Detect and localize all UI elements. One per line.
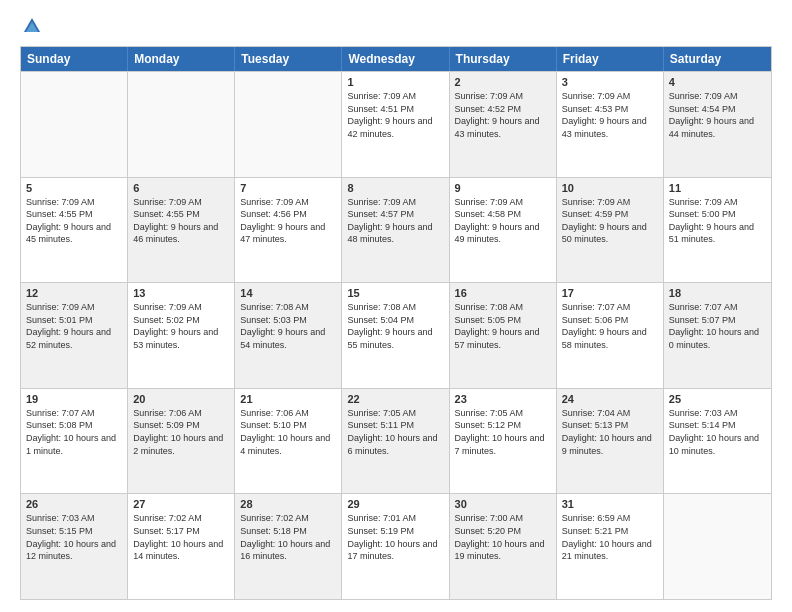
day-text: Sunrise: 7:09 AM Sunset: 4:55 PM Dayligh… (26, 196, 122, 246)
day-number: 3 (562, 76, 658, 88)
day-number: 29 (347, 498, 443, 510)
day-number: 19 (26, 393, 122, 405)
calendar-day-25: 25Sunrise: 7:03 AM Sunset: 5:14 PM Dayli… (664, 389, 771, 494)
header (20, 16, 772, 36)
calendar-body: 1Sunrise: 7:09 AM Sunset: 4:51 PM Daylig… (21, 71, 771, 599)
calendar-row-3: 12Sunrise: 7:09 AM Sunset: 5:01 PM Dayli… (21, 282, 771, 388)
day-text: Sunrise: 7:09 AM Sunset: 4:52 PM Dayligh… (455, 90, 551, 140)
calendar-day-2: 2Sunrise: 7:09 AM Sunset: 4:52 PM Daylig… (450, 72, 557, 177)
calendar-day-11: 11Sunrise: 7:09 AM Sunset: 5:00 PM Dayli… (664, 178, 771, 283)
day-text: Sunrise: 7:09 AM Sunset: 4:58 PM Dayligh… (455, 196, 551, 246)
calendar-day-27: 27Sunrise: 7:02 AM Sunset: 5:17 PM Dayli… (128, 494, 235, 599)
day-text: Sunrise: 7:09 AM Sunset: 5:00 PM Dayligh… (669, 196, 766, 246)
calendar-day-13: 13Sunrise: 7:09 AM Sunset: 5:02 PM Dayli… (128, 283, 235, 388)
day-text: Sunrise: 7:08 AM Sunset: 5:05 PM Dayligh… (455, 301, 551, 351)
day-number: 5 (26, 182, 122, 194)
calendar-day-12: 12Sunrise: 7:09 AM Sunset: 5:01 PM Dayli… (21, 283, 128, 388)
day-number: 10 (562, 182, 658, 194)
day-number: 22 (347, 393, 443, 405)
weekday-header-monday: Monday (128, 47, 235, 71)
day-text: Sunrise: 7:09 AM Sunset: 4:59 PM Dayligh… (562, 196, 658, 246)
calendar-header-row: SundayMondayTuesdayWednesdayThursdayFrid… (21, 47, 771, 71)
weekday-header-tuesday: Tuesday (235, 47, 342, 71)
day-text: Sunrise: 7:09 AM Sunset: 4:55 PM Dayligh… (133, 196, 229, 246)
day-number: 24 (562, 393, 658, 405)
day-number: 8 (347, 182, 443, 194)
day-number: 15 (347, 287, 443, 299)
day-number: 30 (455, 498, 551, 510)
day-text: Sunrise: 7:06 AM Sunset: 5:09 PM Dayligh… (133, 407, 229, 457)
calendar-day-4: 4Sunrise: 7:09 AM Sunset: 4:54 PM Daylig… (664, 72, 771, 177)
calendar-day-empty (128, 72, 235, 177)
day-text: Sunrise: 7:09 AM Sunset: 4:56 PM Dayligh… (240, 196, 336, 246)
day-text: Sunrise: 7:09 AM Sunset: 5:02 PM Dayligh… (133, 301, 229, 351)
calendar-day-21: 21Sunrise: 7:06 AM Sunset: 5:10 PM Dayli… (235, 389, 342, 494)
calendar-day-empty (21, 72, 128, 177)
calendar-day-28: 28Sunrise: 7:02 AM Sunset: 5:18 PM Dayli… (235, 494, 342, 599)
calendar-day-9: 9Sunrise: 7:09 AM Sunset: 4:58 PM Daylig… (450, 178, 557, 283)
logo (20, 16, 42, 36)
day-number: 12 (26, 287, 122, 299)
calendar-day-3: 3Sunrise: 7:09 AM Sunset: 4:53 PM Daylig… (557, 72, 664, 177)
calendar-day-6: 6Sunrise: 7:09 AM Sunset: 4:55 PM Daylig… (128, 178, 235, 283)
day-text: Sunrise: 7:06 AM Sunset: 5:10 PM Dayligh… (240, 407, 336, 457)
calendar-day-23: 23Sunrise: 7:05 AM Sunset: 5:12 PM Dayli… (450, 389, 557, 494)
day-number: 14 (240, 287, 336, 299)
day-text: Sunrise: 7:05 AM Sunset: 5:12 PM Dayligh… (455, 407, 551, 457)
day-number: 21 (240, 393, 336, 405)
calendar: SundayMondayTuesdayWednesdayThursdayFrid… (20, 46, 772, 600)
day-number: 1 (347, 76, 443, 88)
day-text: Sunrise: 7:09 AM Sunset: 4:57 PM Dayligh… (347, 196, 443, 246)
day-text: Sunrise: 7:08 AM Sunset: 5:03 PM Dayligh… (240, 301, 336, 351)
day-text: Sunrise: 7:09 AM Sunset: 4:51 PM Dayligh… (347, 90, 443, 140)
calendar-row-4: 19Sunrise: 7:07 AM Sunset: 5:08 PM Dayli… (21, 388, 771, 494)
day-text: Sunrise: 7:03 AM Sunset: 5:14 PM Dayligh… (669, 407, 766, 457)
day-text: Sunrise: 7:09 AM Sunset: 4:53 PM Dayligh… (562, 90, 658, 140)
calendar-day-16: 16Sunrise: 7:08 AM Sunset: 5:05 PM Dayli… (450, 283, 557, 388)
day-text: Sunrise: 7:07 AM Sunset: 5:08 PM Dayligh… (26, 407, 122, 457)
day-number: 9 (455, 182, 551, 194)
day-number: 26 (26, 498, 122, 510)
calendar-day-22: 22Sunrise: 7:05 AM Sunset: 5:11 PM Dayli… (342, 389, 449, 494)
day-number: 27 (133, 498, 229, 510)
day-text: Sunrise: 7:02 AM Sunset: 5:18 PM Dayligh… (240, 512, 336, 562)
weekday-header-friday: Friday (557, 47, 664, 71)
calendar-day-14: 14Sunrise: 7:08 AM Sunset: 5:03 PM Dayli… (235, 283, 342, 388)
day-number: 31 (562, 498, 658, 510)
day-text: Sunrise: 7:09 AM Sunset: 5:01 PM Dayligh… (26, 301, 122, 351)
calendar-day-26: 26Sunrise: 7:03 AM Sunset: 5:15 PM Dayli… (21, 494, 128, 599)
weekday-header-thursday: Thursday (450, 47, 557, 71)
day-number: 23 (455, 393, 551, 405)
day-text: Sunrise: 6:59 AM Sunset: 5:21 PM Dayligh… (562, 512, 658, 562)
day-number: 16 (455, 287, 551, 299)
logo-icon (22, 16, 42, 36)
weekday-header-wednesday: Wednesday (342, 47, 449, 71)
calendar-row-1: 1Sunrise: 7:09 AM Sunset: 4:51 PM Daylig… (21, 71, 771, 177)
calendar-day-7: 7Sunrise: 7:09 AM Sunset: 4:56 PM Daylig… (235, 178, 342, 283)
weekday-header-saturday: Saturday (664, 47, 771, 71)
day-number: 28 (240, 498, 336, 510)
day-number: 11 (669, 182, 766, 194)
day-text: Sunrise: 7:07 AM Sunset: 5:06 PM Dayligh… (562, 301, 658, 351)
day-number: 17 (562, 287, 658, 299)
calendar-day-empty (235, 72, 342, 177)
calendar-day-10: 10Sunrise: 7:09 AM Sunset: 4:59 PM Dayli… (557, 178, 664, 283)
weekday-header-sunday: Sunday (21, 47, 128, 71)
page: SundayMondayTuesdayWednesdayThursdayFrid… (0, 0, 792, 612)
calendar-day-31: 31Sunrise: 6:59 AM Sunset: 5:21 PM Dayli… (557, 494, 664, 599)
calendar-day-empty (664, 494, 771, 599)
day-number: 4 (669, 76, 766, 88)
day-text: Sunrise: 7:09 AM Sunset: 4:54 PM Dayligh… (669, 90, 766, 140)
day-text: Sunrise: 7:07 AM Sunset: 5:07 PM Dayligh… (669, 301, 766, 351)
calendar-row-2: 5Sunrise: 7:09 AM Sunset: 4:55 PM Daylig… (21, 177, 771, 283)
day-text: Sunrise: 7:08 AM Sunset: 5:04 PM Dayligh… (347, 301, 443, 351)
day-number: 7 (240, 182, 336, 194)
day-text: Sunrise: 7:01 AM Sunset: 5:19 PM Dayligh… (347, 512, 443, 562)
day-text: Sunrise: 7:05 AM Sunset: 5:11 PM Dayligh… (347, 407, 443, 457)
calendar-day-8: 8Sunrise: 7:09 AM Sunset: 4:57 PM Daylig… (342, 178, 449, 283)
calendar-row-5: 26Sunrise: 7:03 AM Sunset: 5:15 PM Dayli… (21, 493, 771, 599)
day-text: Sunrise: 7:04 AM Sunset: 5:13 PM Dayligh… (562, 407, 658, 457)
calendar-day-30: 30Sunrise: 7:00 AM Sunset: 5:20 PM Dayli… (450, 494, 557, 599)
calendar-day-18: 18Sunrise: 7:07 AM Sunset: 5:07 PM Dayli… (664, 283, 771, 388)
day-number: 2 (455, 76, 551, 88)
